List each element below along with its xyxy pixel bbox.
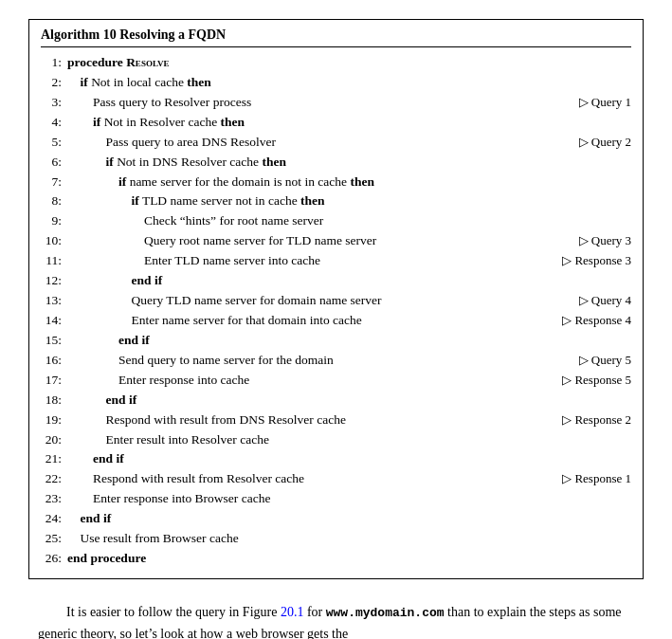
line-comment-16: ▷ Query 5 xyxy=(570,351,632,370)
line-num-14: 14: xyxy=(41,311,67,331)
algo-line-3: 3: Pass query to Resolver process ▷ Quer… xyxy=(41,93,631,113)
algo-line-16: 16: Send query to name server for the do… xyxy=(41,351,631,371)
line-num-2: 2: xyxy=(41,73,67,93)
algorithm-box: Algorithm 10 Resolving a FQDN 1: procedu… xyxy=(28,19,644,579)
algorithm-title: Algorithm 10 Resolving a FQDN xyxy=(41,27,631,47)
line-content-2: if Not in local cache then xyxy=(67,73,211,93)
line-content-10: Query root name server for TLD name serv… xyxy=(67,231,376,251)
algo-line-5: 5: Pass query to area DNS Resolver ▷ Que… xyxy=(41,133,631,153)
line-num-4: 4: xyxy=(41,113,67,133)
line-content-24: end if xyxy=(67,509,111,529)
algorithm-lines: 1: procedure Resolve 2: if Not in local … xyxy=(41,53,631,569)
algo-line-9: 9: Check “hints” for root name server xyxy=(41,211,631,231)
line-comment-14: ▷ Response 4 xyxy=(553,311,631,330)
algo-line-7: 7: if name server for the domain is not … xyxy=(41,173,631,192)
line-num-7: 7: xyxy=(41,173,67,192)
algo-line-20: 20: Enter result into Resolver cache xyxy=(41,430,631,450)
prose-text2: for xyxy=(303,605,325,619)
algo-line-23: 23: Enter response into Browser cache xyxy=(41,489,631,509)
line-content-11: Enter TLD name server into cache xyxy=(67,251,320,271)
line-num-1: 1: xyxy=(41,53,67,73)
line-comment-10: ▷ Query 3 xyxy=(570,231,632,250)
line-num-11: 11: xyxy=(41,251,67,271)
algo-line-18: 18: end if xyxy=(41,391,631,411)
algo-line-8: 8: if TLD name server not in cache then xyxy=(41,192,631,211)
line-content-23: Enter response into Browser cache xyxy=(67,489,270,509)
algo-line-17: 17: Enter response into cache ▷ Response… xyxy=(41,371,631,391)
algo-line-6: 6: if Not in DNS Resolver cache then xyxy=(41,153,631,173)
line-num-5: 5: xyxy=(41,133,67,153)
line-num-24: 24: xyxy=(41,509,67,529)
line-comment-19: ▷ Response 2 xyxy=(553,411,631,429)
algo-line-13: 13: Query TLD name server for domain nam… xyxy=(41,291,631,311)
line-num-17: 17: xyxy=(41,371,67,391)
line-num-21: 21: xyxy=(41,449,67,469)
line-num-26: 26: xyxy=(41,549,67,569)
line-comment-11: ▷ Response 3 xyxy=(553,251,631,270)
line-num-9: 9: xyxy=(41,211,67,231)
line-comment-22: ▷ Response 1 xyxy=(553,469,631,488)
line-content-15: end if xyxy=(67,331,150,351)
line-num-25: 25: xyxy=(41,529,67,549)
line-content-16: Send query to name server for the domain xyxy=(67,351,334,371)
algo-line-26: 26: end procedure xyxy=(41,549,631,569)
line-num-10: 10: xyxy=(41,231,67,251)
line-content-4: if Not in Resolver cache then xyxy=(67,113,245,133)
line-content-12: end if xyxy=(67,271,162,291)
line-content-25: Use result from Browser cache xyxy=(67,529,239,549)
line-content-1: procedure Resolve xyxy=(67,53,170,73)
algo-line-19: 19: Respond with result from DNS Resolve… xyxy=(41,411,631,430)
line-content-3: Pass query to Resolver process xyxy=(67,93,251,113)
line-content-19: Respond with result from DNS Resolver ca… xyxy=(67,411,346,430)
algo-line-24: 24: end if xyxy=(41,509,631,529)
line-num-6: 6: xyxy=(41,153,67,173)
line-comment-17: ▷ Response 5 xyxy=(553,371,631,390)
line-content-21: end if xyxy=(67,449,124,469)
line-num-22: 22: xyxy=(41,469,67,489)
line-content-18: end if xyxy=(67,391,136,411)
line-num-16: 16: xyxy=(41,351,67,371)
line-content-17: Enter response into cache xyxy=(67,371,249,391)
line-content-20: Enter result into Resolver cache xyxy=(67,430,269,450)
line-content-26: end procedure xyxy=(67,549,146,569)
line-content-5: Pass query to area DNS Resolver xyxy=(67,133,276,153)
line-content-22: Respond with result from Resolver cache xyxy=(67,469,304,489)
algo-line-11: 11: Enter TLD name server into cache ▷ R… xyxy=(41,251,631,271)
prose-text1: It is easier to follow the query in Figu… xyxy=(66,605,281,619)
algo-line-22: 22: Respond with result from Resolver ca… xyxy=(41,469,631,489)
line-content-14: Enter name server for that domain into c… xyxy=(67,311,362,331)
algo-line-14: 14: Enter name server for that domain in… xyxy=(41,311,631,331)
line-num-19: 19: xyxy=(41,411,67,430)
algo-label: Algorithm 10 xyxy=(41,27,117,42)
line-comment-13: ▷ Query 4 xyxy=(570,291,632,310)
line-num-13: 13: xyxy=(41,291,67,311)
line-num-12: 12: xyxy=(41,271,67,291)
algo-line-25: 25: Use result from Browser cache xyxy=(41,529,631,549)
line-num-20: 20: xyxy=(41,430,67,450)
algo-title: Resolving a FQDN xyxy=(119,27,226,42)
line-content-7: if name server for the domain is not in … xyxy=(67,173,374,192)
line-num-23: 23: xyxy=(41,489,67,509)
line-num-18: 18: xyxy=(41,391,67,411)
line-content-6: if Not in DNS Resolver cache then xyxy=(67,153,286,173)
line-content-9: Check “hints” for root name server xyxy=(67,211,323,231)
line-num-8: 8: xyxy=(41,192,67,211)
prose-code: www.mydomain.com xyxy=(326,606,445,620)
line-num-3: 3: xyxy=(41,93,67,113)
algo-line-2: 2: if Not in local cache then xyxy=(41,73,631,93)
algo-line-10: 10: Query root name server for TLD name … xyxy=(41,231,631,251)
algo-line-15: 15: end if xyxy=(41,331,631,351)
line-num-15: 15: xyxy=(41,331,67,351)
prose-paragraph: It is easier to follow the query in Figu… xyxy=(28,602,644,639)
line-content-13: Query TLD name server for domain name se… xyxy=(67,291,382,311)
algo-line-4: 4: if Not in Resolver cache then xyxy=(41,113,631,133)
algo-line-12: 12: end if xyxy=(41,271,631,291)
algo-line-21: 21: end if xyxy=(41,449,631,469)
line-content-8: if TLD name server not in cache then xyxy=(67,192,325,211)
algo-line-1: 1: procedure Resolve xyxy=(41,53,631,73)
line-comment-5: ▷ Query 2 xyxy=(570,133,632,152)
prose-link[interactable]: 20.1 xyxy=(281,605,304,619)
line-comment-3: ▷ Query 1 xyxy=(570,93,632,112)
